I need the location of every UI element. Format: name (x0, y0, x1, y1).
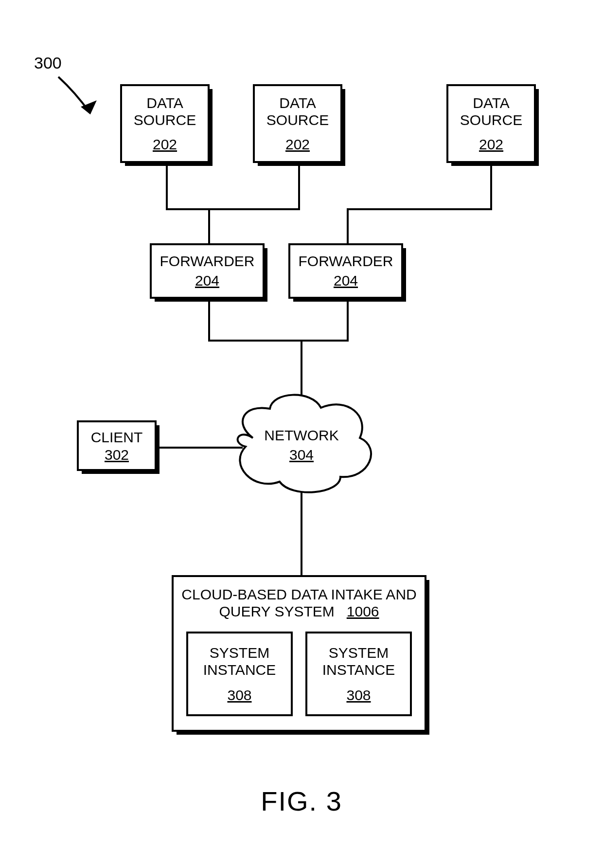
svg-marker-0 (83, 102, 95, 113)
svg-rect-6 (447, 85, 535, 162)
data-source-1 (121, 85, 213, 166)
diagram-svg (0, 0, 603, 868)
system-instance-2 (306, 633, 411, 715)
network-cloud (238, 395, 371, 492)
data-source-3 (447, 85, 539, 166)
svg-rect-2 (121, 85, 209, 162)
svg-rect-8 (151, 244, 264, 298)
data-source-2 (254, 85, 345, 166)
client-box (78, 421, 160, 474)
forwarder-1 (151, 244, 267, 302)
system-instance-1 (187, 633, 292, 715)
svg-rect-4 (254, 85, 341, 162)
svg-rect-12 (78, 421, 156, 470)
svg-rect-16 (306, 633, 411, 715)
svg-rect-10 (289, 244, 402, 298)
diagram-stage: 300 DATA SOURCE 202 DATA SOURCE 202 DATA… (0, 0, 603, 868)
forwarder-2 (289, 244, 406, 302)
svg-rect-15 (187, 633, 292, 715)
